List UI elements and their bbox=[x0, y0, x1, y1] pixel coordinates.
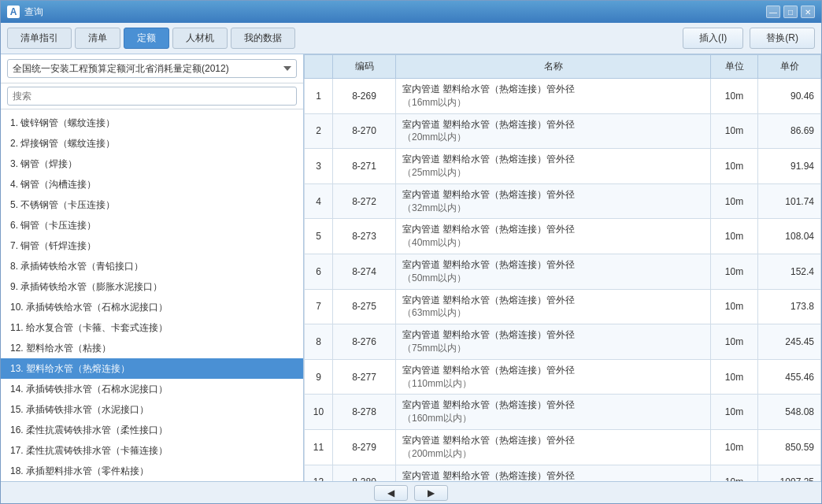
tree-item-4[interactable]: 4. 钢管（沟槽连接） bbox=[1, 174, 303, 195]
tab-qingdan-zhiyin[interactable]: 清单指引 bbox=[7, 28, 72, 49]
tree-item-7[interactable]: 7. 铜管（钎焊连接） bbox=[1, 235, 303, 256]
table-row[interactable]: 2 8-270 室内管道 塑料给水管（热熔连接）管外径（20mm以内） 10m … bbox=[305, 113, 821, 149]
table-row[interactable]: 9 8-277 室内管道 塑料给水管（热熔连接）管外径（110mm以内） 10m… bbox=[305, 359, 821, 395]
row-unit: 10m bbox=[711, 183, 758, 219]
tree-item-1[interactable]: 1. 镀锌钢管（螺纹连接） bbox=[1, 113, 303, 133]
tree-item-17[interactable]: 17. 柔性抗震铸铁排水管（卡箍连接） bbox=[1, 440, 303, 461]
tree-item-13[interactable]: 13. 塑料给水管（热熔连接） bbox=[1, 358, 303, 379]
tree-item-2[interactable]: 2. 焊接钢管（螺纹连接） bbox=[1, 133, 303, 154]
bottom-next-btn[interactable]: ▶ bbox=[414, 485, 448, 501]
row-code: 8-269 bbox=[333, 79, 396, 114]
minimize-button[interactable]: — bbox=[766, 6, 780, 18]
tree-item-12[interactable]: 12. 塑料给水管（粘接） bbox=[1, 338, 303, 358]
insert-button[interactable]: 插入(I) bbox=[683, 28, 743, 49]
tab-dinge[interactable]: 定额 bbox=[124, 28, 169, 49]
col-code: 编码 bbox=[333, 55, 396, 79]
row-unit: 10m bbox=[711, 149, 758, 184]
row-unit: 10m bbox=[711, 429, 758, 465]
row-name: 室内管道 塑料给水管（热熔连接）管外径（32mm以内） bbox=[396, 183, 711, 219]
table-row[interactable]: 3 8-271 室内管道 塑料给水管（热熔连接）管外径（25mm以内） 10m … bbox=[305, 149, 821, 184]
tree-item-18[interactable]: 18. 承插塑料排水管（零件粘接） bbox=[1, 461, 303, 481]
search-container bbox=[1, 83, 303, 109]
row-num: 2 bbox=[305, 113, 333, 149]
row-unit: 10m bbox=[711, 324, 758, 360]
window-title: 查询 bbox=[24, 6, 43, 19]
row-code: 8-279 bbox=[333, 429, 396, 465]
quota-dropdown[interactable]: 全国统一安装工程预算定额河北省消耗量定额(2012) bbox=[7, 59, 297, 78]
row-num: 1 bbox=[305, 79, 333, 114]
row-price: 245.45 bbox=[758, 324, 821, 360]
row-name: 室内管道 塑料给水管（热熔连接）管外径（75mm以内） bbox=[396, 324, 711, 360]
action-buttons: 插入(I) 替换(R) bbox=[683, 28, 815, 49]
tree-item-16[interactable]: 16. 柔性抗震铸铁排水管（柔性接口） bbox=[1, 420, 303, 440]
table-row[interactable]: 4 8-272 室内管道 塑料给水管（热熔连接）管外径（32mm以内） 10m … bbox=[305, 183, 821, 219]
tab-rencaiji[interactable]: 人材机 bbox=[172, 28, 228, 49]
row-num: 3 bbox=[305, 149, 333, 184]
title-bar-left: A 查询 bbox=[7, 6, 43, 19]
row-num: 10 bbox=[305, 395, 333, 430]
table-row[interactable]: 11 8-279 室内管道 塑料给水管（热熔连接）管外径（200mm以内） 10… bbox=[305, 429, 821, 465]
row-num: 4 bbox=[305, 183, 333, 219]
title-bar: A 查询 — □ ✕ bbox=[1, 1, 821, 23]
close-button[interactable]: ✕ bbox=[801, 6, 815, 18]
row-num: 5 bbox=[305, 219, 333, 254]
row-code: 8-270 bbox=[333, 113, 396, 149]
tree-item-14[interactable]: 14. 承插铸铁排水管（石棉水泥接口） bbox=[1, 379, 303, 399]
table-row[interactable]: 1 8-269 室内管道 塑料给水管（热熔连接）管外径（16mm以内） 10m … bbox=[305, 79, 821, 114]
row-name: 室内管道 塑料给水管（热熔连接）管外径（63mm以内） bbox=[396, 289, 711, 324]
table-row[interactable]: 10 8-278 室内管道 塑料给水管（热熔连接）管外径（160mm以内） 10… bbox=[305, 395, 821, 430]
row-unit: 10m bbox=[711, 359, 758, 395]
table-row[interactable]: 12 8-280 室内管道 塑料给水管（热熔连接）管外径（250mm以内） 10… bbox=[305, 465, 821, 481]
tab-qingdan[interactable]: 清单 bbox=[75, 28, 120, 49]
table-row[interactable]: 6 8-274 室内管道 塑料给水管（热熔连接）管外径（50mm以内） 10m … bbox=[305, 254, 821, 289]
col-name: 名称 bbox=[396, 55, 711, 79]
row-unit: 10m bbox=[711, 395, 758, 430]
replace-button[interactable]: 替换(R) bbox=[750, 28, 815, 49]
row-code: 8-280 bbox=[333, 465, 396, 481]
row-code: 8-274 bbox=[333, 254, 396, 289]
row-code: 8-278 bbox=[333, 395, 396, 430]
tab-mydata[interactable]: 我的数据 bbox=[231, 28, 295, 49]
row-price: 152.4 bbox=[758, 254, 821, 289]
tree-list: 1. 镀锌钢管（螺纹连接）2. 焊接钢管（螺纹连接）3. 钢管（焊接）4. 钢管… bbox=[1, 109, 303, 481]
row-name: 室内管道 塑料给水管（热熔连接）管外径（50mm以内） bbox=[396, 254, 711, 289]
col-unit: 单位 bbox=[711, 55, 758, 79]
bottom-prev-btn[interactable]: ◀ bbox=[374, 485, 408, 501]
row-price: 850.59 bbox=[758, 429, 821, 465]
row-price: 108.04 bbox=[758, 219, 821, 254]
row-price: 173.8 bbox=[758, 289, 821, 324]
col-num bbox=[305, 55, 333, 79]
tree-item-11[interactable]: 11. 给水复合管（卡箍、卡套式连接） bbox=[1, 317, 303, 338]
row-num: 6 bbox=[305, 254, 333, 289]
search-input[interactable] bbox=[7, 87, 297, 106]
row-unit: 10m bbox=[711, 465, 758, 481]
row-name: 室内管道 塑料给水管（热熔连接）管外径（40mm以内） bbox=[396, 219, 711, 254]
row-name: 室内管道 塑料给水管（热熔连接）管外径（20mm以内） bbox=[396, 113, 711, 149]
tree-item-6[interactable]: 6. 铜管（卡压连接） bbox=[1, 215, 303, 235]
tree-item-5[interactable]: 5. 不锈钢管（卡压连接） bbox=[1, 195, 303, 215]
table-header-row: 编码 名称 单位 单价 bbox=[305, 55, 821, 79]
row-unit: 10m bbox=[711, 289, 758, 324]
data-table: 编码 名称 单位 单价 1 8-269 室内管道 塑料给水管（热熔连接）管外径（… bbox=[304, 54, 821, 481]
row-num: 7 bbox=[305, 289, 333, 324]
row-code: 8-272 bbox=[333, 183, 396, 219]
row-price: 548.08 bbox=[758, 395, 821, 430]
dropdown-container: 全国统一安装工程预算定额河北省消耗量定额(2012) bbox=[1, 54, 303, 83]
row-price: 90.46 bbox=[758, 79, 821, 114]
tree-item-9[interactable]: 9. 承插铸铁给水管（膨胀水泥接口） bbox=[1, 276, 303, 297]
maximize-button[interactable]: □ bbox=[783, 6, 798, 18]
row-price: 86.69 bbox=[758, 113, 821, 149]
table-row[interactable]: 7 8-275 室内管道 塑料给水管（热熔连接）管外径（63mm以内） 10m … bbox=[305, 289, 821, 324]
title-bar-controls: — □ ✕ bbox=[766, 6, 815, 18]
table-row[interactable]: 5 8-273 室内管道 塑料给水管（热熔连接）管外径（40mm以内） 10m … bbox=[305, 219, 821, 254]
right-panel: 编码 名称 单位 单价 1 8-269 室内管道 塑料给水管（热熔连接）管外径（… bbox=[304, 54, 821, 481]
tree-item-10[interactable]: 10. 承插铸铁给水管（石棉水泥接口） bbox=[1, 297, 303, 317]
tree-item-15[interactable]: 15. 承插铸铁排水管（水泥接口） bbox=[1, 399, 303, 420]
row-num: 11 bbox=[305, 429, 333, 465]
main-window: A 查询 — □ ✕ 清单指引 清单 定额 人材机 我的数据 插入(I) 替换(… bbox=[0, 0, 822, 504]
row-code: 8-271 bbox=[333, 149, 396, 184]
window-icon: A bbox=[7, 6, 20, 18]
tree-item-3[interactable]: 3. 钢管（焊接） bbox=[1, 154, 303, 174]
tree-item-8[interactable]: 8. 承插铸铁给水管（青铅接口） bbox=[1, 256, 303, 276]
table-row[interactable]: 8 8-276 室内管道 塑料给水管（热熔连接）管外径（75mm以内） 10m … bbox=[305, 324, 821, 360]
